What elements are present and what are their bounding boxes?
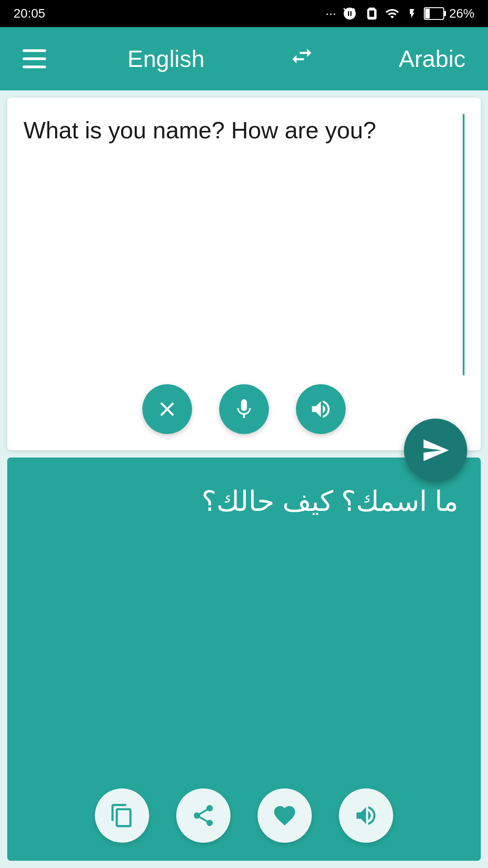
close-icon	[155, 397, 179, 421]
share-icon	[191, 803, 216, 828]
main-content: ما اسمك؟ كيف حالك؟	[0, 90, 488, 868]
menu-button[interactable]	[23, 49, 46, 68]
input-action-bar	[23, 384, 465, 434]
send-icon	[421, 436, 450, 465]
battery-icon: 26%	[424, 6, 474, 21]
toolbar: English Arabic	[0, 27, 488, 90]
sim-icon	[363, 6, 378, 21]
status-bar: 20:05 ··· 26%	[0, 0, 488, 27]
speaker-output-button[interactable]	[339, 788, 393, 843]
output-action-bar	[30, 770, 458, 843]
copy-icon	[109, 803, 135, 828]
microphone-icon	[232, 397, 256, 421]
signal-icon	[384, 6, 400, 21]
output-panel: ما اسمك؟ كيف حالك؟	[7, 458, 481, 861]
source-language-button[interactable]: English	[127, 45, 205, 72]
share-button[interactable]	[176, 788, 230, 843]
volume-output-icon	[353, 803, 379, 828]
copy-button[interactable]	[95, 788, 149, 843]
swap-languages-button[interactable]	[286, 43, 318, 75]
volume-icon	[309, 397, 333, 421]
microphone-button[interactable]	[219, 384, 269, 434]
speaker-input-button[interactable]	[296, 384, 346, 434]
status-time: 20:05	[14, 6, 45, 21]
input-panel	[7, 98, 481, 450]
svg-rect-2	[425, 9, 430, 19]
source-text-input[interactable]	[23, 114, 465, 375]
battery-percent: 26%	[449, 6, 474, 21]
alarm-icon	[343, 6, 357, 21]
charging-icon	[407, 6, 418, 21]
heart-icon	[272, 803, 297, 828]
translate-button[interactable]	[404, 419, 467, 482]
clear-button[interactable]	[142, 384, 192, 434]
favorite-button[interactable]	[258, 788, 312, 843]
svg-rect-1	[444, 11, 446, 16]
status-icons: ··· 26%	[326, 6, 474, 21]
target-language-button[interactable]: Arabic	[399, 45, 465, 72]
translated-text: ما اسمك؟ كيف حالك؟	[30, 480, 458, 522]
dots-icon: ···	[326, 6, 336, 21]
